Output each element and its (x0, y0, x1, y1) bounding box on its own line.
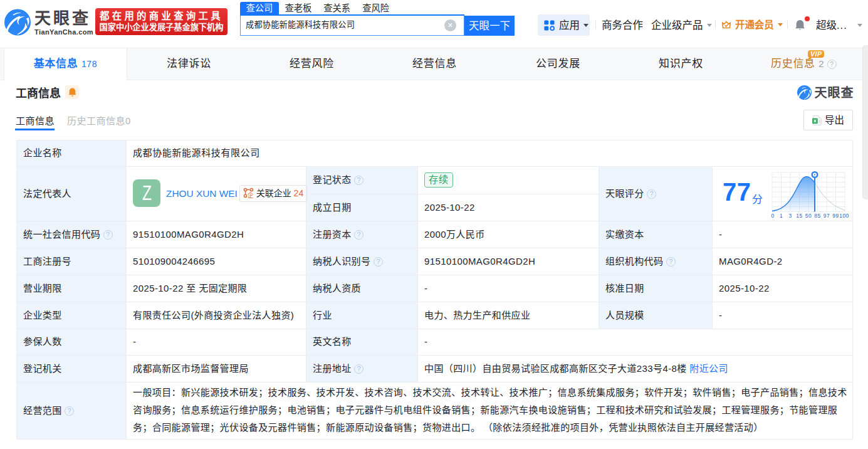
svg-text:97: 97 (824, 213, 830, 219)
svg-text:15: 15 (796, 213, 802, 219)
svg-text:1: 1 (780, 213, 783, 219)
svg-text:99: 99 (832, 213, 839, 219)
svg-text:50: 50 (805, 213, 812, 219)
svg-text:100: 100 (839, 213, 849, 219)
svg-text:企: 企 (247, 191, 253, 198)
svg-text:0: 0 (771, 213, 774, 219)
svg-text:3: 3 (788, 213, 792, 219)
svg-text:85: 85 (814, 213, 820, 219)
